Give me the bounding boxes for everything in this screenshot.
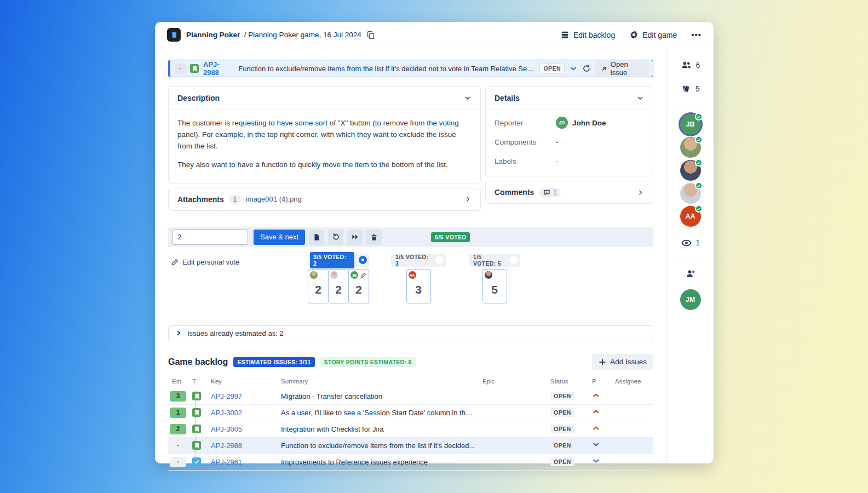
- personal-vote-card[interactable]: JB 2: [348, 269, 369, 303]
- priority-high-icon: [592, 424, 615, 434]
- vote-group-label: 1/5 VOTED: 5: [471, 252, 505, 268]
- issue-key-link[interactable]: APJ-2997: [211, 392, 281, 400]
- vote-group-radio[interactable]: [435, 256, 444, 264]
- issue-key-link[interactable]: APJ-3005: [211, 425, 281, 433]
- avatar-participant-aa[interactable]: AA: [680, 206, 701, 227]
- skip-issue-icon[interactable]: [347, 230, 363, 245]
- table-row[interactable]: 1 APJ-3002 As a user, I'll like to see a…: [168, 405, 653, 421]
- invite-participant-button[interactable]: [685, 268, 696, 282]
- issue-key-link[interactable]: APJ-2961: [211, 458, 281, 466]
- participants-icon: [681, 60, 692, 71]
- game-backlog-title: Game backlog: [168, 357, 228, 367]
- description-header[interactable]: Description: [169, 87, 480, 110]
- sync-icon[interactable]: [582, 64, 591, 73]
- status-dropdown-chevron-icon[interactable]: [569, 64, 578, 73]
- estimate-chip: -: [170, 440, 186, 451]
- table-row-current[interactable]: - APJ-2988 Function to exclude/remove it…: [168, 438, 653, 454]
- eye-icon: [681, 237, 692, 249]
- avatar-participant[interactable]: [680, 183, 701, 204]
- labels-row: Labels -: [495, 155, 644, 167]
- priority-low-icon: [592, 440, 615, 450]
- watchers-counter: 1: [681, 234, 700, 251]
- chevron-right-icon: [175, 330, 182, 336]
- status-badge: OPEN: [550, 392, 574, 400]
- issues-already-estimated-bar[interactable]: Issues already estimated as: 2: [168, 325, 653, 341]
- comments-count-badge: 1: [539, 188, 561, 197]
- voter-avatar: [310, 271, 318, 279]
- current-issue-banner: - APJ-2988 Function to exclude/remove it…: [168, 60, 653, 77]
- app-name: Planning Poker: [186, 31, 240, 39]
- issue-key-link[interactable]: APJ-3002: [211, 409, 281, 417]
- issue-key-link[interactable]: APJ-2988: [203, 60, 234, 77]
- reset-votes-icon[interactable]: [328, 230, 343, 245]
- vote-input[interactable]: [173, 230, 248, 245]
- participants-rail: 6 5 JB AA: [666, 48, 714, 463]
- more-menu-button[interactable]: •••: [691, 30, 702, 39]
- status-badge: OPEN: [550, 441, 574, 450]
- breadcrumb-separator: /: [244, 31, 246, 39]
- vote-card: 2: [308, 269, 329, 303]
- copy-link-icon[interactable]: [366, 31, 375, 39]
- priority-low-icon: [592, 457, 615, 467]
- delete-icon[interactable]: [366, 230, 382, 245]
- voted-check-icon: [695, 136, 703, 144]
- comments-panel[interactable]: Comments 1: [485, 181, 653, 204]
- vote-controls-strip: Save & next 5/5 VOTED: [168, 227, 653, 247]
- issue-summary: Integration with Checklist for Jira: [281, 425, 482, 433]
- estimate-chip: 2: [170, 424, 186, 434]
- details-header[interactable]: Details: [486, 87, 653, 110]
- add-issues-button[interactable]: Add Issues: [592, 354, 653, 370]
- table-row[interactable]: 2 APJ-3005 Integration with Checklist fo…: [168, 421, 653, 438]
- attachments-count-badge: 1: [229, 195, 241, 204]
- chevron-down-icon: [636, 94, 644, 102]
- story-type-icon: [192, 392, 201, 400]
- edit-backlog-button[interactable]: Edit backlog: [560, 30, 615, 39]
- table-row[interactable]: - APJ-2961 Improvements to Reference iss…: [168, 454, 653, 471]
- vote-results: Edit personal vote 3/5 VOTED: 2 2: [168, 254, 653, 314]
- game-title: Planning Poker game, 16 Jul 2024: [248, 31, 361, 39]
- priority-high-icon: [592, 391, 615, 401]
- vote-group-radio-selected[interactable]: [359, 256, 367, 264]
- edit-game-button[interactable]: Edit game: [629, 30, 677, 39]
- chevron-down-icon: [464, 94, 472, 102]
- issue-key-link[interactable]: APJ-2988: [211, 442, 281, 450]
- avatar-participant[interactable]: [680, 160, 701, 181]
- avatar-current-user[interactable]: JB: [680, 114, 701, 135]
- priority-high-icon: [592, 408, 615, 417]
- edit-personal-vote-button[interactable]: Edit personal vote: [171, 258, 239, 266]
- plus-icon: [599, 358, 606, 366]
- vote-group-label: 3/5 VOTED: 2: [310, 252, 354, 268]
- save-next-button[interactable]: Save & next: [254, 230, 305, 245]
- voter-avatar-aa: AA: [409, 271, 416, 279]
- comments-title: Comments: [495, 188, 534, 197]
- voter-avatar: [330, 271, 338, 279]
- attachments-title: Attachments: [177, 195, 224, 204]
- avatar-participant[interactable]: [680, 137, 701, 158]
- issue-details-icon[interactable]: [309, 230, 324, 245]
- voted-check-icon: [695, 159, 703, 167]
- avatar-participant-jm[interactable]: JM: [680, 289, 701, 310]
- table-header-row: Est. T Key Summary Epic Status P Assigne…: [168, 378, 653, 388]
- status-badge: OPEN: [550, 408, 574, 417]
- backlog-table: Est. T Key Summary Epic Status P Assigne…: [168, 378, 653, 471]
- planning-poker-window: Planning Poker / Planning Poker game, 16…: [155, 22, 714, 463]
- participants-counter: 6: [681, 57, 700, 73]
- comment-bubble-icon: [543, 189, 550, 196]
- voted-progress-badge: 5/5 VOTED: [431, 232, 470, 242]
- person-add-icon: [685, 268, 696, 279]
- voter-avatar: [485, 271, 492, 279]
- description-text: The customer is requesting to have some …: [169, 110, 480, 183]
- vote-group-radio[interactable]: [510, 256, 518, 264]
- issue-summary: Function to exclude/remove items from th…: [281, 442, 482, 450]
- task-type-icon: [192, 457, 201, 466]
- open-issue-button[interactable]: Open issue: [595, 61, 648, 76]
- chevron-right-icon: [637, 189, 644, 196]
- pencil-icon: [171, 259, 179, 266]
- vote-card: 5: [482, 269, 507, 303]
- reporter-row: Reporter JD John Doe: [495, 117, 644, 129]
- issue-summary: Migration - Transfer cancellation: [281, 392, 482, 400]
- table-row[interactable]: 3 APJ-2997 Migration - Transfer cancella…: [168, 388, 653, 405]
- game-backlog-header: Game backlog ESTIMATED ISSUES: 3/11 STOR…: [168, 354, 653, 370]
- voter-avatar-jb: JB: [350, 271, 358, 279]
- attachments-panel[interactable]: Attachments 1 image001 (4).png: [168, 188, 481, 211]
